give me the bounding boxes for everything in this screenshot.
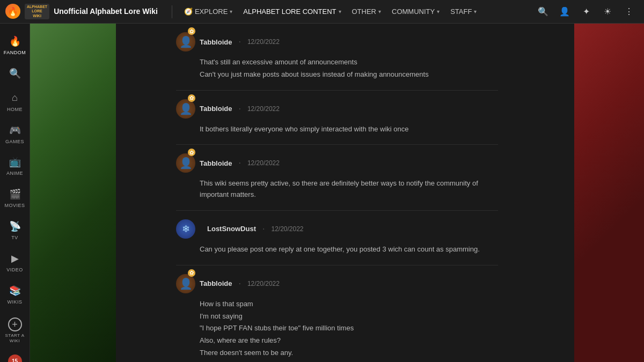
comment-3: ✿ Tabbloide · 12/20/2022 This wiki seems… [176, 145, 498, 211]
comment-text-1: That's still an excessive amount of anno… [176, 57, 498, 80]
start-wiki-label: START AWIKI [5, 333, 25, 343]
sidebar-item-notifications[interactable]: 15 [0, 350, 30, 362]
sidebar-item-wikis[interactable]: 📚 WIKIS [0, 279, 30, 309]
username-1[interactable]: Tabbloide [200, 38, 232, 46]
home-icon: ⌂ [8, 91, 22, 105]
sidebar-games-label: GAMES [5, 139, 24, 145]
nav-staff[interactable]: STAFF ▾ [445, 0, 482, 24]
wikis-icon: 📚 [8, 284, 22, 298]
more-options-button[interactable]: ⋮ [619, 2, 639, 21]
nav-other-label: OTHER [352, 8, 377, 16]
comment-text-2: It bothers literally everyone who simply… [176, 124, 498, 135]
avatar-tabbloide-2 [176, 99, 195, 119]
username-4[interactable]: LostSnowDust [207, 225, 256, 233]
logo-area: 🔥 ALPHABET LORE WIKI Unofficial Alphabet… [5, 4, 158, 19]
sidebar-item-movies[interactable]: 🎬 MOVIES [0, 183, 30, 213]
comment-line: Can't you just make posts about issues i… [200, 69, 498, 80]
username-2[interactable]: Tabbloide [200, 105, 232, 113]
comment-line: This wiki seems pretty active, so there … [200, 178, 498, 201]
fandom-logo[interactable]: 🔥 [5, 4, 20, 19]
main-content-area: ✿ Tabbloide · 12/20/2022 That's still an… [30, 24, 644, 362]
username-5[interactable]: Tabbloide [200, 279, 232, 287]
sidebar-wikis-label: WIKIS [7, 299, 22, 305]
left-sidebar: 🔥 FANDOM 🔍 ⌂ HOME 🎮 GAMES 📺 ANIME 🎬 MOVI… [0, 24, 30, 362]
settings-button[interactable]: ☀ [598, 2, 617, 21]
comment-header-2: ✿ Tabbloide · 12/20/2022 [176, 99, 498, 119]
separator-3: · [238, 158, 240, 168]
comment-header-5: ✿ Tabbloide · 12/20/2022 [176, 274, 498, 293]
date-4: 12/20/2022 [271, 225, 303, 233]
sidebar-fandom-label: FANDOM [4, 50, 26, 56]
sidebar-item-tv[interactable]: 📡 TV [0, 215, 30, 245]
chevron-down-icon: ▾ [339, 9, 341, 14]
date-2: 12/20/2022 [247, 105, 280, 113]
sidebar-movies-label: MOVIES [4, 203, 25, 209]
date-5: 12/20/2022 [247, 280, 280, 287]
nav-community-label: COMMUNITY [392, 8, 435, 16]
sidebar-anime-label: ANIME [6, 171, 23, 176]
comment-line: Also, where are the rules? [200, 335, 498, 346]
sidebar-item-games[interactable]: 🎮 GAMES [0, 119, 30, 149]
flower-badge-3: ✿ [188, 149, 195, 156]
username-3[interactable]: Tabbloide [200, 159, 232, 167]
nav-explore[interactable]: 🧭 EXPLORE ▾ [179, 0, 238, 24]
comment-line: It bothers literally everyone who simply… [200, 124, 498, 135]
flower-badge-1: ✿ [188, 27, 195, 35]
comment-line: There doesn't seem to be any. [200, 348, 498, 359]
comment-line: Can you please post one reply at one tog… [200, 244, 498, 255]
sidebar-video-label: VIDEO [6, 267, 23, 273]
search-button[interactable]: 🔍 [533, 2, 553, 21]
separator-5: · [238, 279, 240, 289]
explore-icon: 🧭 [184, 8, 193, 16]
nav-divider [172, 5, 172, 18]
video-icon: ▶ [8, 252, 22, 265]
nav-alphabet-lore-content[interactable]: ALPHABET LORE CONTENT ▾ [238, 0, 346, 24]
wiki-title: Unofficial Alphabet Lore Wiki [54, 7, 158, 16]
comment-5: ✿ Tabbloide · 12/20/2022 How is that spa… [176, 265, 498, 362]
nav-other[interactable]: OTHER ▾ [347, 0, 387, 24]
top-navigation: 🔥 ALPHABET LORE WIKI Unofficial Alphabet… [0, 0, 644, 24]
start-wiki-button[interactable]: + START AWIKI [0, 313, 30, 348]
comment-text-3: This wiki seems pretty active, so there … [176, 178, 498, 201]
main-layout: 🔥 FANDOM 🔍 ⌂ HOME 🎮 GAMES 📺 ANIME 🎬 MOVI… [0, 24, 644, 362]
flower-badge-2: ✿ [188, 94, 195, 102]
nav-staff-label: STAFF [450, 8, 472, 16]
fandom-icon: 🔥 [8, 34, 22, 48]
separator-4: · [262, 224, 265, 234]
sidebar-item-search[interactable]: 🔍 [0, 62, 30, 85]
movies-icon: 🎬 [8, 187, 22, 201]
comment-text-5: How is that spam I'm not saying "I hope … [176, 299, 498, 362]
theme-toggle-button[interactable]: ✦ [576, 2, 596, 21]
comment-1: ✿ Tabbloide · 12/20/2022 That's still an… [176, 24, 498, 91]
sidebar-item-home[interactable]: ⌂ HOME [0, 87, 30, 117]
notification-badge: 15 [8, 354, 22, 362]
plus-icon: + [8, 317, 22, 331]
comment-header-4: LostSnowDust · 12/20/2022 [176, 219, 498, 239]
nav-community[interactable]: COMMUNITY ▾ [386, 0, 445, 24]
flower-badge-5: ✿ [188, 269, 195, 277]
nav-alphabet-lore-label: ALPHABET LORE CONTENT [243, 8, 336, 16]
sidebar-item-video[interactable]: ▶ VIDEO [0, 247, 30, 277]
avatar-tabbloide-3 [176, 153, 195, 173]
tv-icon: 📡 [8, 219, 22, 233]
comment-header-3: ✿ Tabbloide · 12/20/2022 [176, 153, 498, 173]
chevron-down-icon: ▾ [378, 9, 381, 14]
nav-right-actions: 🔍 👤 ✦ ☀ ⋮ [533, 2, 639, 21]
comment-line: I'm not saying [200, 311, 498, 322]
games-icon: 🎮 [8, 123, 22, 137]
sidebar-item-anime[interactable]: 📺 ANIME [0, 151, 30, 181]
sidebar-home-label: HOME [7, 107, 23, 113]
user-profile-button[interactable]: 👤 [555, 2, 574, 21]
avatar-tabbloide-5 [176, 274, 195, 293]
avatar-lostsnow [176, 219, 195, 239]
content-column: ✿ Tabbloide · 12/20/2022 That's still an… [30, 24, 644, 362]
sidebar-item-fandom[interactable]: 🔥 FANDOM [0, 30, 30, 60]
sidebar-tv-label: TV [11, 235, 18, 241]
comments-area[interactable]: ✿ Tabbloide · 12/20/2022 That's still an… [171, 24, 503, 362]
date-1: 12/20/2022 [247, 38, 280, 46]
comment-line: That's still an excessive amount of anno… [200, 57, 498, 68]
avatar-tabbloide-1 [176, 32, 195, 51]
separator-1: · [238, 37, 240, 47]
date-3: 12/20/2022 [247, 159, 280, 167]
comment-2: ✿ Tabbloide · 12/20/2022 It bothers lite… [176, 91, 498, 145]
